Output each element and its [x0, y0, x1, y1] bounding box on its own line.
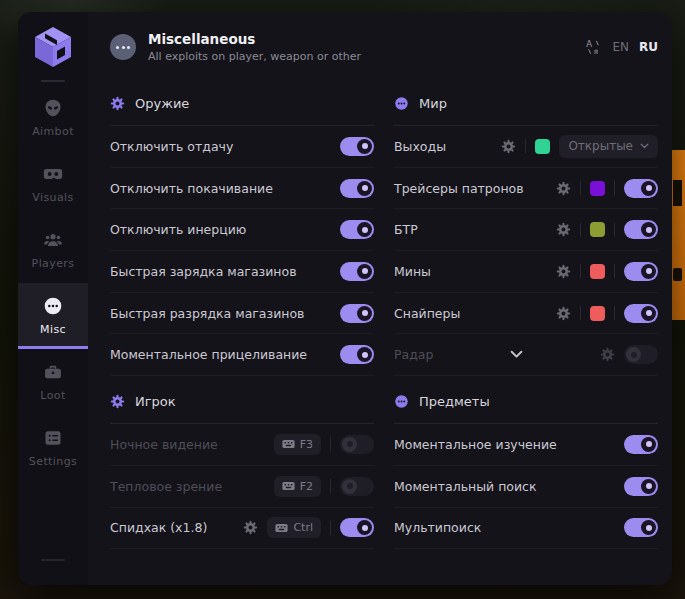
right-column: Мир Выходы Открытые — [394, 78, 658, 549]
toggle-switch[interactable] — [340, 220, 374, 239]
feature-row: Спидхак (x1.8) Ctrl — [110, 508, 374, 550]
gear-icon[interactable] — [556, 306, 571, 321]
feature-label: Выходы — [394, 139, 446, 154]
keybind-label: Ctrl — [293, 521, 313, 534]
keybind-label: F2 — [300, 480, 313, 493]
toggle-knob — [641, 437, 656, 452]
color-swatch[interactable] — [590, 306, 605, 321]
expand-chevron-icon[interactable] — [510, 350, 523, 359]
feature-label: Отключить покачивание — [110, 181, 273, 196]
ellipsis-circle-icon — [110, 34, 136, 60]
sidebar-item-misc[interactable]: Misc — [18, 283, 88, 349]
gear-icon[interactable] — [556, 264, 571, 279]
feature-row: Трейсеры патронов — [394, 168, 658, 210]
toggle-switch[interactable] — [340, 518, 374, 537]
dropdown-select[interactable]: Открытые — [559, 135, 658, 158]
feature-label: БТР — [394, 222, 418, 237]
gear-icon[interactable] — [243, 520, 258, 535]
sidebar-divider — [41, 80, 65, 82]
gear-section-icon — [110, 96, 125, 111]
toggle-switch[interactable] — [624, 304, 658, 323]
separator — [614, 181, 615, 195]
dropdown-value: Открытые — [568, 139, 633, 153]
sidebar-item-loot[interactable]: Loot — [18, 349, 88, 415]
feature-label: Тепловое зрение — [110, 479, 222, 494]
toggle-switch[interactable] — [340, 304, 374, 323]
feature-row: Отключить покачивание — [110, 168, 374, 210]
separator — [330, 521, 331, 535]
lang-ru-button[interactable]: RU — [639, 40, 658, 54]
left-column: Оружие Отключить отдачу Отключить покачи… — [110, 78, 374, 549]
lang-en-button[interactable]: EN — [612, 40, 629, 54]
keybind-badge[interactable]: F2 — [274, 476, 321, 497]
content-area: Miscellaneous All exploits on player, we… — [88, 12, 672, 585]
gear-icon[interactable] — [501, 139, 516, 154]
toggle-switch[interactable] — [340, 137, 374, 156]
sidebar-item-players[interactable]: Players — [18, 217, 88, 283]
color-swatch[interactable] — [590, 181, 605, 196]
toggle-knob — [342, 479, 357, 494]
toggle-switch[interactable] — [340, 345, 374, 364]
app-logo-cube-icon — [33, 25, 73, 69]
feature-label: Отключить инерцию — [110, 222, 246, 237]
keybind-badge[interactable]: F3 — [274, 434, 321, 455]
page-header: Miscellaneous All exploits on player, we… — [110, 12, 658, 78]
color-swatch[interactable] — [590, 222, 605, 237]
feature-label: Трейсеры патронов — [394, 181, 524, 196]
section-world: Мир Выходы Открытые — [394, 90, 658, 376]
separator — [525, 139, 526, 153]
separator — [330, 437, 331, 451]
row-controls — [340, 304, 374, 323]
toggle-knob — [357, 347, 372, 362]
toggle-switch[interactable] — [624, 179, 658, 198]
gear-icon[interactable] — [556, 222, 571, 237]
feature-row: Радар — [394, 334, 658, 376]
toggle-switch[interactable] — [340, 477, 374, 496]
color-swatch[interactable] — [590, 264, 605, 279]
toggle-switch[interactable] — [340, 435, 374, 454]
sidebar-item-settings[interactable]: Settings — [18, 415, 88, 481]
row-controls — [556, 179, 658, 198]
gear-section-icon — [110, 394, 125, 409]
feature-label: Моментальное прицеливание — [110, 347, 307, 362]
page-title: Miscellaneous — [148, 31, 361, 47]
feature-label: Отключить отдачу — [110, 139, 233, 154]
section-weapon: Оружие Отключить отдачу Отключить покачи… — [110, 90, 374, 376]
feature-row: Отключить инерцию — [110, 209, 374, 251]
feature-row: Моментальный поиск — [394, 466, 658, 508]
cheat-menu-panel: Aimbot Visuals Players Misc Loot Setting… — [18, 12, 672, 585]
row-controls — [340, 137, 374, 156]
gear-icon[interactable] — [600, 347, 615, 362]
separator — [614, 306, 615, 320]
row-controls — [340, 179, 374, 198]
toggle-switch[interactable] — [624, 518, 658, 537]
section-header: Предметы — [394, 388, 658, 424]
toggle-switch[interactable] — [624, 220, 658, 239]
section-header: Оружие — [110, 90, 374, 126]
section-title: Оружие — [135, 96, 189, 111]
sidebar-item-visuals[interactable]: Visuals — [18, 151, 88, 217]
row-controls — [624, 435, 658, 454]
toggle-switch[interactable] — [624, 345, 658, 364]
sidebar: Aimbot Visuals Players Misc Loot Setting… — [18, 12, 88, 585]
sidebar-item-label: Visuals — [32, 191, 73, 204]
toggle-switch[interactable] — [624, 435, 658, 454]
section-title: Игрок — [135, 394, 176, 409]
color-swatch[interactable] — [535, 139, 550, 154]
row-controls — [624, 518, 658, 537]
toggle-switch[interactable] — [340, 179, 374, 198]
toggle-knob — [626, 347, 641, 362]
toggle-switch[interactable] — [340, 262, 374, 281]
separator — [580, 181, 581, 195]
sidebar-item-aimbot[interactable]: Aimbot — [18, 85, 88, 151]
toggle-knob — [641, 264, 656, 279]
sidebar-item-label: Loot — [40, 389, 65, 402]
section-items: Предметы Моментальное изучение Моменталь… — [394, 388, 658, 549]
toggle-switch[interactable] — [624, 262, 658, 281]
toggle-knob — [357, 264, 372, 279]
row-controls — [340, 262, 374, 281]
keybind-badge[interactable]: Ctrl — [267, 517, 321, 538]
gear-icon[interactable] — [556, 181, 571, 196]
toggle-switch[interactable] — [624, 477, 658, 496]
feature-label: Мины — [394, 264, 431, 279]
